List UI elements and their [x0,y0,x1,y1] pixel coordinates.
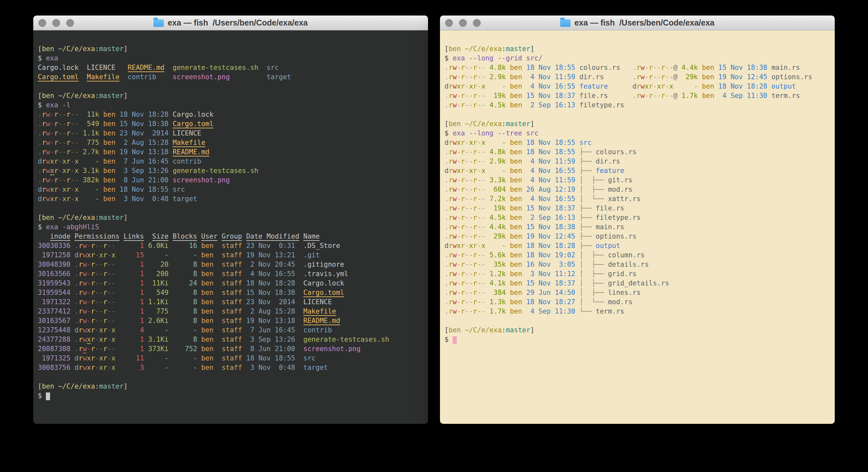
permission-char: r [449,139,453,146]
text-segment: 4 Nov 11:59 [526,176,575,184]
permission-char: r [461,185,465,193]
text-segment [242,232,246,240]
text-segment [506,185,510,193]
text-segment: 384 [489,289,506,296]
permission-char: r [637,83,641,90]
text-segment: - [173,354,197,362]
text-segment: 18 Nov 18:55 [246,354,295,362]
text-segment [168,270,173,278]
text-segment [168,195,173,203]
permission-char: d [38,195,42,203]
text-segment [168,364,173,372]
permission-char: - [457,270,461,278]
text-segment [70,251,74,259]
permission-char: r [449,176,453,184]
text-segment: ben [510,279,522,287]
text-segment [486,279,490,287]
minimize-button-icon[interactable] [459,19,467,27]
permission-char: r [449,157,453,165]
permission-char: x [112,354,116,362]
zoom-button-icon[interactable] [66,19,74,27]
permission-char: r [473,157,477,165]
permission-char: . [444,270,449,278]
text-segment [197,345,201,353]
permission-char: r [54,167,59,175]
text-segment: 2.6Ki [148,317,168,325]
permission-char: . [74,289,79,296]
text-segment: 2.7k [83,148,99,156]
text-segment [214,326,222,334]
permission-char: - [465,148,469,156]
text-segment: 2 Nov 20:45 [246,261,295,268]
terminal-line: drwxr-xr-x - ben 7 Jun 16:45 contrib [38,157,428,166]
permission-char: - [457,232,461,240]
text-segment: 15 Nov 18:38 [718,64,768,71]
minimize-button-icon[interactable] [52,19,60,27]
text-segment: ├── [579,148,596,156]
text-segment: ~/C/e/exa [58,45,95,53]
permission-char: w [453,195,457,203]
text-segment [522,251,526,259]
title-bar[interactable]: exa — fish /Users/ben/Code/exa/exa [33,16,428,30]
text-segment: Date Modified [246,232,299,240]
text-segment: 23 Nov 0:31 [246,242,295,249]
text-segment [522,101,526,109]
permission-char: w [83,289,87,296]
permission-char: - [669,73,674,81]
permission-char: x [469,139,473,146]
terminal-line: [ben ~/C/e/exa:master] [38,382,428,391]
text-segment: 4 Nov 16:55 [526,195,575,203]
permission-char: - [469,64,473,71]
text-segment [575,223,580,231]
text-segment: dir.rs [579,73,604,81]
text-segment: ben [201,317,214,325]
text-segment [70,307,74,315]
permission-char: w [83,335,87,343]
permission-char: r [54,129,59,137]
text-segment: options.rs [771,73,812,81]
close-button-icon[interactable] [38,19,46,27]
text-segment [575,242,580,249]
text-segment [115,354,123,362]
text-segment [575,176,580,184]
permission-char: - [481,204,486,212]
permission-char: - [477,148,481,156]
permission-char: - [107,251,112,259]
text-segment: 1 [124,279,144,287]
permission-char: - [469,289,473,296]
permission-char: x [645,83,649,90]
permission-char: r [473,167,477,175]
text-segment [506,270,510,278]
close-button-icon[interactable] [445,19,453,27]
text-segment [214,289,222,296]
text-segment [144,335,148,343]
text-segment [575,73,580,81]
permission-char: - [87,317,91,325]
text-segment [115,326,123,334]
permission-char: - [481,279,486,287]
permission-char: - [62,139,66,146]
text-segment: 11 [124,354,144,362]
text-segment: 16 Nov 3:05 [526,261,575,268]
terminal-content[interactable]: [ben ~/C/e/exa:master]$ exa --long --gri… [440,30,835,424]
permission-char: d [444,167,449,175]
text-segment: 604 [489,185,506,193]
title-bar[interactable]: exa — fish /Users/ben/Code/exa/exa [440,16,835,30]
permission-char: - [469,251,473,259]
zoom-button-icon[interactable] [473,19,481,27]
permission-char: . [444,214,449,222]
text-segment [144,242,148,249]
permission-char: - [58,176,62,184]
permission-char: - [87,261,91,268]
text-segment [295,289,303,296]
permission-char: - [465,139,469,146]
text-segment [444,35,449,43]
permission-char: r [54,185,59,193]
terminal-content[interactable]: [ben ~/C/e/exa:master]$ exaCargo.lock LI… [33,30,428,424]
text-segment [242,307,246,315]
permission-char: - [107,279,112,287]
terminal-line [38,373,428,382]
permission-char: r [461,223,465,231]
terminal-line: $ [444,335,835,344]
permission-char: - [87,298,91,306]
